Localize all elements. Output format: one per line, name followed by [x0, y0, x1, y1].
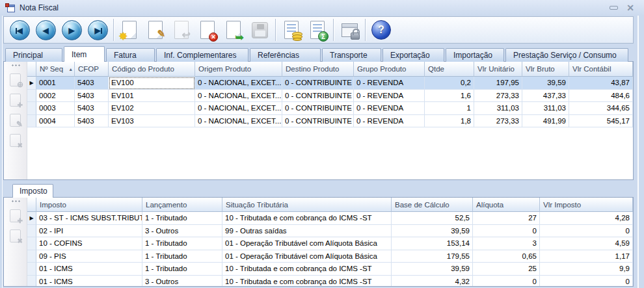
grid-insert-button[interactable] — [8, 72, 23, 88]
column-header[interactable]: Alíquota — [473, 198, 540, 212]
grid-cell[interactable]: 10 - COFINS — [36, 237, 142, 250]
grid-cell[interactable]: 311,03 — [474, 102, 522, 115]
nav-last-button[interactable] — [85, 18, 110, 42]
grid-cell[interactable]: 39,59 — [392, 225, 473, 238]
grid-cell[interactable]: EV101 — [109, 90, 195, 103]
column-header[interactable]: Situação Tributária — [222, 198, 392, 212]
grid-cell[interactable]: 484,6 — [569, 90, 633, 103]
grid-cell[interactable]: 39,59 — [392, 263, 473, 276]
grid-row[interactable]: ▶00015403EV1000 - NACIONAL, EXCET...0 - … — [27, 77, 633, 90]
grid-cell[interactable]: 02 - IPI — [36, 225, 142, 238]
grid-row[interactable]: 02 - IPI3 - Outros99 - Outras saídas39,5… — [27, 225, 633, 238]
grid-cell[interactable]: 0 — [473, 225, 540, 238]
grid-cell[interactable]: 01 - ICMS — [36, 276, 142, 287]
grid-cell[interactable]: 0,2 — [425, 77, 474, 90]
grid-cell[interactable]: 1 - Tributado — [142, 250, 222, 263]
help-button[interactable] — [369, 18, 394, 42]
grid-cell[interactable]: 4,59 — [540, 237, 633, 250]
column-header[interactable]: CFOP — [75, 62, 109, 77]
grid-cell[interactable]: 9,9 — [540, 263, 633, 276]
column-header[interactable]: Vlr Unitário — [474, 62, 522, 77]
grid-cell[interactable]: 0 - CONTRIBUINTE ... — [282, 115, 354, 128]
nav-first-button[interactable] — [7, 18, 32, 42]
tab-item[interactable]: Item — [64, 46, 105, 62]
imposto-delete-button[interactable] — [8, 228, 23, 244]
tab-refer-ncias[interactable]: Referências — [250, 48, 321, 62]
grid-cell[interactable]: 153,14 — [392, 237, 473, 250]
grid-cell[interactable]: 0 - REVENDA — [354, 102, 425, 115]
tab-principal[interactable]: Principal — [5, 48, 62, 62]
column-header[interactable]: Destino Produto — [282, 62, 354, 77]
grid-delete-button[interactable] — [8, 133, 23, 148]
grid-cell[interactable]: 3 - Outros — [142, 276, 222, 287]
tab-inf-complementares[interactable]: Inf. Complementares — [156, 48, 248, 62]
grid-cell[interactable]: 0 - NACIONAL, EXCET... — [195, 77, 282, 90]
report-values-button[interactable] — [279, 18, 304, 42]
tab-exporta-o[interactable]: Exportação — [382, 48, 444, 62]
grid-cell[interactable]: 437,33 — [522, 90, 569, 103]
grid-cell[interactable]: 03 - ST - ICMS SUBST.TRIBUTÁRIA — [36, 212, 142, 225]
grid-cell[interactable]: 197,95 — [474, 77, 522, 90]
grid-cell[interactable]: 1 - Tributado — [142, 212, 222, 225]
cancel-record-button[interactable] — [195, 18, 220, 42]
column-header[interactable]: Vlr Imposto — [540, 198, 633, 212]
imposto-add-button[interactable] — [8, 208, 23, 224]
close-button[interactable] — [622, 3, 639, 13]
tab-transporte[interactable]: Transporte — [322, 48, 381, 62]
grid-cell[interactable]: 545,17 — [569, 115, 633, 128]
grid-cell[interactable]: 0 — [540, 225, 633, 238]
tab-fatura[interactable]: Fatura — [106, 48, 155, 62]
grid-row[interactable]: 00045403EV1030 - NACIONAL, EXCET...0 - C… — [27, 115, 633, 128]
grid-cell[interactable]: 0002 — [36, 90, 75, 103]
grid-row[interactable]: 10 - COFINS1 - Tributado01 - Operação Tr… — [27, 237, 633, 250]
grid-cell[interactable]: 0 — [540, 276, 633, 287]
grid-cell[interactable]: 0 - REVENDA — [354, 77, 425, 90]
grid-cell[interactable]: 5403 — [75, 115, 109, 128]
grid-cell[interactable]: 01 - ICMS — [36, 263, 142, 276]
minimize-button[interactable] — [605, 3, 622, 13]
column-header[interactable]: Nº Seq▲ — [36, 62, 75, 77]
grid-cell[interactable]: 01 - Operação Tributável com Alíquota Bá… — [222, 250, 392, 263]
save-button[interactable] — [247, 18, 272, 42]
grid-cell[interactable]: 4,32 — [392, 276, 473, 287]
grid-cell[interactable]: 25 — [473, 263, 540, 276]
grid-cell[interactable]: 0 - CONTRIBUINTE ... — [282, 90, 354, 103]
grid-cell[interactable]: 99 - Outras saídas — [222, 225, 392, 238]
grid-cell[interactable]: 3 - Outros — [142, 225, 222, 238]
grid-cell[interactable]: 52,5 — [392, 212, 473, 225]
grid-cell[interactable]: 0 - NACIONAL, EXCET... — [195, 90, 282, 103]
grid-cell[interactable]: 1,8 — [425, 115, 474, 128]
grid-cell[interactable]: 0001 — [36, 77, 75, 90]
grid-cell[interactable]: 39,59 — [522, 77, 569, 90]
grid-row[interactable]: 00035403EV1020 - NACIONAL, EXCET...0 - C… — [27, 102, 633, 115]
grid-row[interactable]: 00025403EV1010 - NACIONAL, EXCET...0 - C… — [27, 90, 633, 103]
grid-cell[interactable]: 5403 — [75, 102, 109, 115]
column-header[interactable]: Origem Produto — [195, 62, 282, 77]
toolbar-grip[interactable] — [11, 64, 20, 66]
column-header[interactable]: Grupo Produto — [354, 62, 425, 77]
undo-button[interactable] — [169, 18, 194, 42]
grid-cell[interactable]: 5403 — [75, 77, 109, 90]
grid-cell[interactable]: 0 - NACIONAL, EXCET... — [195, 102, 282, 115]
grid-cell[interactable]: 0 - REVENDA — [354, 90, 425, 103]
grid-cell[interactable]: 311,03 — [522, 102, 569, 115]
post-record-button[interactable] — [221, 18, 246, 42]
grid-cell[interactable]: 0004 — [36, 115, 75, 128]
grid-cell[interactable]: 1 - Tributado — [142, 263, 222, 276]
nav-next-button[interactable] — [59, 18, 84, 42]
grid-row[interactable]: ▶03 - ST - ICMS SUBST.TRIBUTÁRIA1 - Trib… — [27, 212, 633, 225]
grid-cell[interactable]: 1 - Tributado — [142, 237, 222, 250]
grid-cell[interactable]: 273,33 — [474, 90, 522, 103]
grid-cell[interactable]: 491,99 — [522, 115, 569, 128]
nav-previous-button[interactable] — [33, 18, 58, 42]
grid-cell[interactable]: 273,33 — [474, 115, 522, 128]
grid-cell[interactable]: EV103 — [109, 115, 195, 128]
grid-cell[interactable]: 1,6 — [425, 90, 474, 103]
grid-cell[interactable]: 1 — [425, 102, 474, 115]
grid-cell[interactable]: 5403 — [75, 90, 109, 103]
grid-cell[interactable]: 0003 — [36, 102, 75, 115]
grid-cell[interactable]: 4,28 — [540, 212, 633, 225]
column-header[interactable]: Qtde — [425, 62, 474, 77]
grid-row[interactable]: 01 - ICMS3 - Outros10 - Tributada e com … — [27, 276, 633, 287]
tab-importa-o[interactable]: Importação — [446, 48, 504, 62]
